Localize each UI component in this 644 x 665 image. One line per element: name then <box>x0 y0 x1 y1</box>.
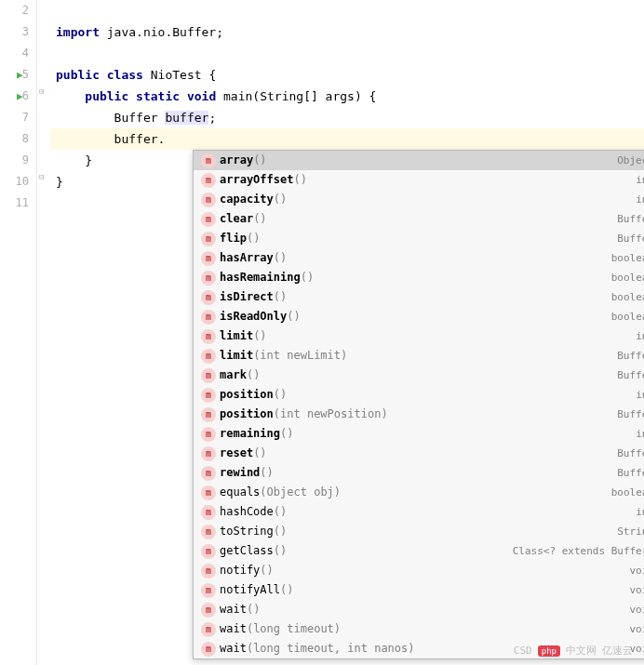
autocomplete-item[interactable]: mhashCode()int <box>194 502 644 522</box>
autocomplete-item[interactable]: mgetClass()Class<? extends Buffer> <box>194 541 644 561</box>
return-type: Buffer <box>617 405 644 424</box>
autocomplete-item[interactable]: mhasRemaining()boolean <box>194 268 644 287</box>
run-icon[interactable]: ▶ <box>17 86 23 107</box>
code-line[interactable]: Buffer buffer; <box>50 107 644 128</box>
method-name: equals <box>220 483 260 502</box>
return-type: int <box>636 190 644 209</box>
autocomplete-item[interactable]: mcapacity()int <box>194 190 644 209</box>
autocomplete-item[interactable]: misReadOnly()boolean <box>194 307 644 326</box>
method-icon: m <box>201 173 216 188</box>
code-line[interactable]: public class NioTest { <box>50 64 644 86</box>
method-icon: m <box>201 505 216 520</box>
code-line[interactable]: public static void main(String[] args) { <box>50 86 644 107</box>
autocomplete-item[interactable]: marray()Object <box>194 151 644 170</box>
method-icon: m <box>201 310 216 325</box>
autocomplete-item[interactable]: mclear()Buffer <box>194 209 644 229</box>
method-params: () <box>287 307 300 326</box>
method-icon: m <box>201 388 216 403</box>
code-line[interactable] <box>50 43 644 64</box>
method-name: rewind <box>220 463 260 483</box>
return-type: int <box>636 170 644 190</box>
autocomplete-item[interactable]: misDirect()boolean <box>194 287 644 307</box>
method-params: () <box>293 170 306 190</box>
autocomplete-item[interactable]: mreset()Buffer <box>194 444 644 463</box>
return-type: void <box>630 561 645 580</box>
method-params: () <box>274 190 287 209</box>
method-name: reset <box>220 444 253 463</box>
method-icon: m <box>201 251 216 266</box>
autocomplete-item[interactable]: marrayOffset()int <box>194 170 644 190</box>
fold-column: ⊟ ⊟ <box>37 0 50 665</box>
code-line[interactable] <box>50 0 644 21</box>
autocomplete-item[interactable]: mposition()int <box>194 385 644 405</box>
return-type: boolean <box>611 248 644 268</box>
return-type: boolean <box>611 268 644 287</box>
method-icon: m <box>201 544 216 559</box>
method-icon: m <box>201 193 216 207</box>
autocomplete-item[interactable]: mmark()Buffer <box>194 366 644 385</box>
autocomplete-item[interactable]: mposition(int newPosition)Buffer <box>194 405 644 424</box>
gutter-line[interactable]: ▶ 5 <box>0 64 29 86</box>
method-icon: m <box>201 153 216 168</box>
method-signature: main(String[] args) { <box>216 89 376 103</box>
return-type: Buffer <box>617 444 644 463</box>
fold-close-icon[interactable]: ⊟ <box>39 172 44 181</box>
autocomplete-item[interactable]: mwait(long timeout)void <box>194 619 644 639</box>
method-params: (long timeout, int nanos) <box>247 639 415 658</box>
package-path: java.nio.Buffer; <box>100 25 223 39</box>
method-name: hashCode <box>220 502 274 522</box>
method-name: position <box>220 405 274 424</box>
keyword-class: class <box>100 68 143 82</box>
gutter-line: 8 <box>0 128 29 150</box>
method-icon: m <box>201 232 216 246</box>
watermark-ysy: 亿速云 <box>602 644 633 658</box>
method-params: () <box>260 463 273 483</box>
method-params: () <box>274 502 287 522</box>
return-type: Object <box>617 151 644 170</box>
method-name: wait <box>220 639 247 658</box>
method-name: limit <box>220 326 253 346</box>
method-icon: m <box>201 485 216 500</box>
autocomplete-item[interactable]: mequals(Object obj)boolean <box>194 483 644 502</box>
autocomplete-item[interactable]: mnotifyAll()void <box>194 580 644 600</box>
code-line-active[interactable]: buffer. <box>50 128 644 150</box>
method-icon: m <box>201 466 216 481</box>
method-params: () <box>247 600 260 619</box>
autocomplete-item[interactable]: mrewind()Buffer <box>194 463 644 483</box>
autocomplete-item[interactable]: mwait()void <box>194 600 644 619</box>
watermark-cn: 中文网 <box>566 644 597 658</box>
autocomplete-item[interactable]: mnotify()void <box>194 561 644 580</box>
code-line[interactable]: import java.nio.Buffer; <box>50 21 644 43</box>
semicolon: ; <box>208 111 216 125</box>
class-name: NioTest { <box>143 68 216 82</box>
code-area[interactable]: import java.nio.Buffer; public class Nio… <box>50 0 644 665</box>
gutter-line[interactable]: ▶ 6 <box>0 86 29 107</box>
method-params: (int newLimit) <box>253 346 347 366</box>
return-type: int <box>636 326 644 346</box>
editor-container: 2 3 4 ▶ 5 ▶ 6 7 8 9 10 11 ⊟ ⊟ import jav… <box>0 0 644 665</box>
dot-operator: . <box>158 132 166 146</box>
keyword-public: public <box>56 89 128 103</box>
autocomplete-item[interactable]: mlimit(int newLimit)Buffer <box>194 346 644 366</box>
method-name: wait <box>220 619 247 639</box>
method-params: () <box>247 229 260 248</box>
autocomplete-popup[interactable]: marray()ObjectmarrayOffset()intmcapacity… <box>193 150 644 659</box>
autocomplete-item[interactable]: mlimit()int <box>194 326 644 346</box>
autocomplete-item[interactable]: mremaining()int <box>194 424 644 444</box>
method-icon: m <box>201 564 216 579</box>
method-icon: m <box>201 368 216 383</box>
autocomplete-item[interactable]: mflip()Buffer <box>194 229 644 248</box>
method-params: () <box>274 248 287 268</box>
method-name: hasArray <box>220 248 274 268</box>
method-name: flip <box>220 229 247 248</box>
autocomplete-item[interactable]: mhasArray()boolean <box>194 248 644 268</box>
method-name: array <box>220 151 253 170</box>
autocomplete-item[interactable]: mtoString()String <box>194 522 644 541</box>
method-name: isDirect <box>220 287 274 307</box>
fold-open-icon[interactable]: ⊟ <box>39 86 44 96</box>
run-icon[interactable]: ▶ <box>17 64 23 86</box>
method-icon: m <box>201 525 216 539</box>
method-params: () <box>253 209 266 229</box>
method-icon: m <box>201 603 216 618</box>
gutter-line: 9 <box>0 150 29 171</box>
